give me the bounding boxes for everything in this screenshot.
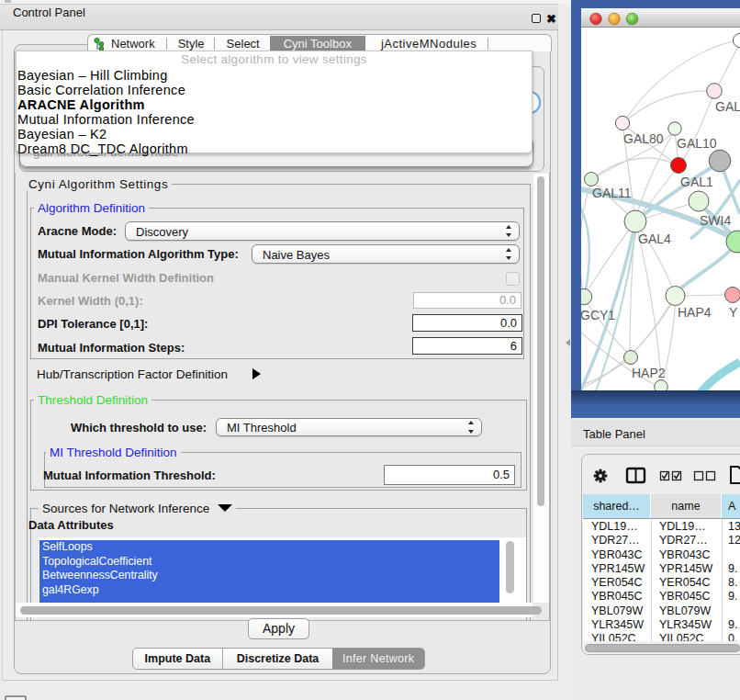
svg-text:Y: Y bbox=[729, 305, 738, 320]
svg-text:GAL11: GAL11 bbox=[592, 186, 632, 200]
svg-text:HAP2: HAP2 bbox=[632, 366, 666, 380]
svg-text:SWI4: SWI4 bbox=[700, 213, 731, 228]
svg-text:GAL4: GAL4 bbox=[638, 231, 671, 246]
svg-text:GAL10: GAL10 bbox=[677, 136, 717, 151]
svg-text:HAP4: HAP4 bbox=[678, 305, 712, 320]
svg-text:GAL7: GAL7 bbox=[715, 99, 740, 114]
svg-text:GAL1: GAL1 bbox=[680, 175, 713, 189]
svg-text:GCY1: GCY1 bbox=[580, 308, 615, 322]
svg-text:GAL80: GAL80 bbox=[623, 131, 664, 146]
